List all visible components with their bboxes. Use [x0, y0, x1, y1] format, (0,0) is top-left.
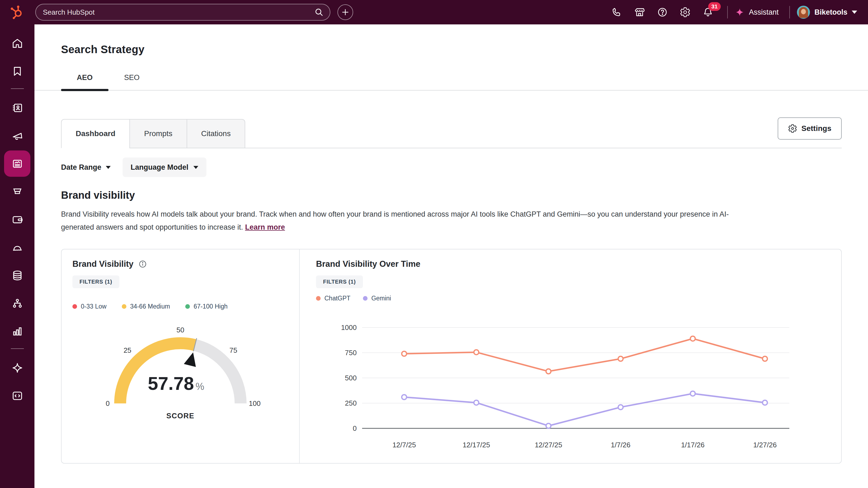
dashboard-tabs: Dashboard Prompts Citations	[61, 119, 245, 148]
svg-text:25: 25	[123, 346, 131, 354]
svg-text:250: 250	[345, 399, 357, 407]
strategy-tabs: AEO SEO	[61, 73, 868, 90]
topbar: 31 Assistant Biketools	[0, 0, 868, 24]
plus-icon	[341, 8, 349, 16]
contacts-icon	[11, 102, 23, 114]
help-icon	[657, 7, 668, 18]
help-button[interactable]	[654, 4, 671, 21]
search-input[interactable]	[36, 8, 314, 17]
caret-down-icon	[852, 10, 857, 14]
tab-aeo[interactable]: AEO	[61, 73, 108, 90]
brand-visibility-card: Brand Visibility FILTERS (1) 0-33 Low 34…	[61, 249, 842, 464]
gear-icon	[680, 7, 691, 18]
date-range-dropdown[interactable]: Date Range	[61, 158, 111, 177]
bar-chart-icon	[11, 325, 23, 337]
language-model-label: Language Model	[131, 163, 188, 172]
sidebar-item-home[interactable]	[4, 30, 30, 56]
sidebar-item-marketing[interactable]	[4, 123, 30, 149]
svg-text:50: 50	[177, 326, 184, 334]
svg-text:12/7/25: 12/7/25	[393, 441, 416, 449]
svg-text:1/7/26: 1/7/26	[611, 441, 630, 449]
language-model-dropdown[interactable]: Language Model	[123, 158, 207, 177]
legend-dot-medium	[122, 304, 126, 309]
settings-gear-icon	[788, 124, 797, 133]
sidebar-item-service[interactable]	[4, 234, 30, 261]
tab-dashboard[interactable]: Dashboard	[61, 119, 130, 148]
sidebar-item-sales[interactable]	[4, 178, 30, 205]
topbar-divider	[727, 6, 728, 19]
global-search	[35, 4, 330, 21]
workflow-icon	[11, 297, 23, 310]
page-title: Search Strategy	[61, 43, 868, 56]
settings-button[interactable]: Settings	[778, 118, 842, 140]
timeseries-legend: ChatGPT Gemini	[316, 295, 831, 302]
settings-button-topbar[interactable]	[677, 4, 693, 21]
account-menu[interactable]: Biketools	[797, 6, 857, 19]
phone-icon	[611, 7, 622, 18]
database-icon	[11, 269, 23, 282]
svg-text:0: 0	[353, 424, 357, 432]
sparkle-icon	[735, 7, 745, 17]
gauge-filters-chip[interactable]: FILTERS (1)	[72, 275, 119, 288]
ai-sparkle-icon	[11, 362, 23, 374]
legend-item-high[interactable]: 67-100 High	[185, 303, 227, 310]
sidebar-item-ai[interactable]	[4, 355, 30, 381]
svg-text:750: 750	[345, 349, 357, 357]
wallet-icon	[11, 214, 23, 226]
sidebar-item-content[interactable]	[4, 151, 30, 177]
megaphone-icon	[11, 130, 23, 142]
tab-citations[interactable]: Citations	[187, 119, 246, 148]
timeseries-pane: Brand Visibility Over Time FILTERS (1) C…	[300, 250, 841, 463]
description-text: Brand Visibility reveals how AI models t…	[61, 210, 729, 231]
legend-item-medium[interactable]: 34-66 Medium	[122, 303, 170, 310]
legend-item-low[interactable]: 0-33 Low	[72, 303, 106, 310]
service-bell-icon	[11, 241, 23, 254]
hubspot-logo-icon[interactable]	[9, 5, 24, 20]
calling-button[interactable]	[609, 4, 625, 21]
svg-text:12/17/25: 12/17/25	[463, 441, 490, 449]
assistant-button[interactable]: Assistant	[735, 7, 779, 17]
subnav: Dashboard Prompts Citations Settings	[61, 118, 842, 148]
assistant-label: Assistant	[749, 8, 779, 17]
home-icon	[11, 37, 23, 50]
sidebar-item-automation[interactable]	[4, 290, 30, 316]
sidebar-item-data[interactable]	[4, 262, 30, 289]
legend-item-gemini[interactable]: Gemini	[363, 295, 391, 302]
learn-more-link[interactable]: Learn more	[245, 223, 285, 231]
search-icon[interactable]	[314, 7, 324, 17]
timeseries-filters-chip[interactable]: FILTERS (1)	[316, 275, 363, 288]
topbar-divider-2	[789, 6, 790, 19]
gauge-pane: Brand Visibility FILTERS (1) 0-33 Low 34…	[62, 250, 300, 463]
bookmark-icon	[11, 65, 23, 77]
sidebar-item-developer[interactable]	[4, 383, 30, 409]
notification-badge: 31	[708, 2, 721, 11]
code-icon	[11, 390, 23, 402]
svg-text:100: 100	[249, 399, 260, 408]
legend-dot-low	[72, 304, 77, 309]
tray-icon	[11, 186, 23, 198]
svg-text:500: 500	[345, 374, 357, 382]
marketplace-button[interactable]	[631, 4, 648, 21]
caret-down-icon	[106, 166, 111, 169]
sidebar-divider	[11, 88, 24, 89]
sidebar	[0, 24, 34, 488]
timeseries-card-title: Brand Visibility Over Time	[316, 259, 421, 269]
info-icon[interactable]	[138, 260, 147, 268]
tab-seo[interactable]: SEO	[108, 73, 155, 90]
legend-dot-chatgpt	[316, 296, 321, 301]
date-range-label: Date Range	[61, 163, 101, 172]
svg-text:0: 0	[106, 399, 110, 408]
sidebar-item-contacts[interactable]	[4, 95, 30, 121]
tab-prompts[interactable]: Prompts	[129, 119, 187, 148]
account-name: Biketools	[814, 8, 847, 17]
svg-text:12/27/25: 12/27/25	[535, 441, 562, 449]
create-button[interactable]	[337, 4, 353, 20]
legend-dot-high	[185, 304, 190, 309]
notifications-button[interactable]: 31	[700, 4, 716, 21]
brand-visibility-line-chart: 0250500750100012/7/2512/17/2512/27/251/7…	[316, 311, 831, 455]
sidebar-item-reporting[interactable]	[4, 318, 30, 344]
legend-item-chatgpt[interactable]: ChatGPT	[316, 295, 350, 302]
sidebar-item-commerce[interactable]	[4, 206, 30, 233]
brand-visibility-gauge: 025507510057.78%SCORE	[77, 314, 283, 430]
sidebar-item-bookmarks[interactable]	[4, 58, 30, 84]
